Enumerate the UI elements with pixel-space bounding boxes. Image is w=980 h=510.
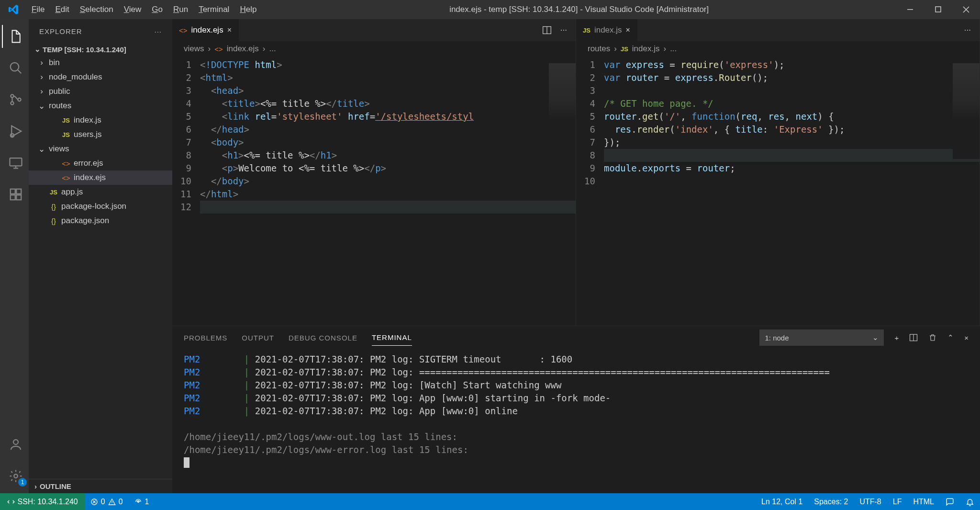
search-icon[interactable] bbox=[2, 57, 29, 79]
menu-run[interactable]: Run bbox=[168, 3, 193, 16]
minimap[interactable] bbox=[953, 63, 980, 159]
problems-status[interactable]: 0 0 bbox=[85, 493, 129, 510]
tab-index-js[interactable]: JS index.js × bbox=[576, 19, 637, 41]
more-icon[interactable]: ··· bbox=[964, 25, 971, 35]
svg-rect-8 bbox=[11, 189, 15, 194]
split-editor-icon[interactable] bbox=[542, 25, 552, 35]
explorer-sidebar: EXPLORER ··· ⌄ TEMP [SSH: 10.34.1.240] ›… bbox=[29, 19, 172, 493]
ports-status[interactable]: 1 bbox=[129, 493, 155, 510]
maximize-button[interactable] bbox=[924, 0, 952, 19]
tree-item-bin[interactable]: ›bin bbox=[29, 56, 172, 70]
tree-item-index-js[interactable]: JSindex.js bbox=[29, 113, 172, 127]
close-button[interactable] bbox=[952, 0, 980, 19]
encoding-status[interactable]: UTF-8 bbox=[854, 498, 887, 506]
panel-tab-debug-console[interactable]: DEBUG CONSOLE bbox=[289, 330, 357, 346]
eol-status[interactable]: LF bbox=[887, 498, 908, 506]
svg-point-2 bbox=[11, 63, 19, 71]
notifications-icon[interactable] bbox=[960, 498, 980, 506]
indentation-status[interactable]: Spaces: 2 bbox=[808, 498, 854, 506]
more-icon[interactable]: ··· bbox=[560, 25, 567, 35]
editor-group-right: JS index.js × ··· routes› JSindex.js› ..… bbox=[576, 19, 980, 326]
svg-rect-11 bbox=[16, 189, 21, 194]
cursor-position[interactable]: Ln 12, Col 1 bbox=[756, 498, 808, 506]
file-tree: ›bin›node_modules›public⌄routesJSindex.j… bbox=[29, 56, 172, 228]
panel-tab-terminal[interactable]: TERMINAL bbox=[372, 329, 412, 346]
run-debug-icon[interactable] bbox=[2, 120, 29, 143]
terminal-output[interactable]: PM2 | 2021-02-07T17:38:07: PM2 log: SIGT… bbox=[172, 349, 980, 493]
menu-file[interactable]: File bbox=[27, 3, 49, 16]
code-content[interactable]: var express = require('express'); var ro… bbox=[604, 57, 980, 326]
svg-rect-0 bbox=[907, 9, 913, 10]
breadcrumb[interactable]: routes› JSindex.js› ... bbox=[576, 41, 980, 57]
tree-item-package-json[interactable]: {}package.json bbox=[29, 214, 172, 228]
extensions-icon[interactable] bbox=[2, 183, 29, 206]
svg-point-12 bbox=[13, 440, 18, 444]
settings-icon[interactable]: 1 bbox=[2, 465, 29, 487]
source-control-icon[interactable] bbox=[2, 88, 29, 111]
menu-bar: File Edit Selection View Go Run Terminal… bbox=[27, 3, 261, 16]
language-status[interactable]: HTML bbox=[907, 498, 940, 506]
minimap[interactable] bbox=[549, 63, 576, 159]
svg-rect-10 bbox=[16, 195, 21, 200]
menu-edit[interactable]: Edit bbox=[50, 3, 74, 16]
chevron-down-icon: ⌄ bbox=[872, 333, 879, 342]
svg-rect-7 bbox=[10, 158, 22, 166]
tree-item-package-lock-json[interactable]: {}package-lock.json bbox=[29, 199, 172, 214]
svg-rect-9 bbox=[11, 195, 15, 200]
feedback-icon[interactable] bbox=[940, 498, 960, 506]
js-icon: JS bbox=[583, 27, 590, 34]
svg-rect-1 bbox=[935, 7, 941, 12]
window-title: index.ejs - temp [SSH: 10.34.1.240] - Vi… bbox=[261, 5, 897, 14]
menu-go[interactable]: Go bbox=[147, 3, 167, 16]
workspace-root[interactable]: ⌄ TEMP [SSH: 10.34.1.240] bbox=[29, 43, 172, 56]
tree-item-app-js[interactable]: JSapp.js bbox=[29, 185, 172, 199]
minimize-button[interactable] bbox=[897, 0, 924, 19]
tree-item-views[interactable]: ⌄views bbox=[29, 142, 172, 156]
breadcrumb[interactable]: views› <>index.ejs› ... bbox=[172, 41, 576, 57]
maximize-panel-icon[interactable]: ⌃ bbox=[947, 333, 954, 342]
code-content[interactable]: <!DOCTYPE html> <html> <head> <title><%=… bbox=[200, 57, 576, 326]
tree-item-routes[interactable]: ⌄routes bbox=[29, 99, 172, 113]
menu-selection[interactable]: Selection bbox=[75, 3, 118, 16]
menu-view[interactable]: View bbox=[119, 3, 146, 16]
panel-tab-problems[interactable]: PROBLEMS bbox=[184, 330, 227, 346]
activity-bar: 1 bbox=[0, 19, 29, 493]
status-bar: SSH: 10.34.1.240 0 0 1 Ln 12, Col 1 Spac… bbox=[0, 493, 980, 510]
tree-item-error-ejs[interactable]: <>error.ejs bbox=[29, 156, 172, 170]
kill-terminal-icon[interactable] bbox=[928, 333, 937, 342]
chevron-down-icon: ⌄ bbox=[34, 45, 41, 54]
new-terminal-icon[interactable]: + bbox=[894, 334, 899, 342]
tree-item-users-js[interactable]: JSusers.js bbox=[29, 127, 172, 142]
svg-point-13 bbox=[14, 474, 18, 478]
split-terminal-icon[interactable] bbox=[909, 333, 918, 342]
svg-point-19 bbox=[137, 501, 139, 502]
editor-group-left: <> index.ejs × ··· views› <>index.ejs› .… bbox=[172, 19, 576, 326]
svg-point-6 bbox=[11, 134, 14, 137]
tab-index-ejs[interactable]: <> index.ejs × bbox=[172, 19, 239, 41]
js-icon: JS bbox=[621, 45, 628, 53]
chevron-right-icon: › bbox=[34, 482, 37, 490]
close-icon[interactable]: × bbox=[626, 26, 630, 34]
close-panel-icon[interactable]: × bbox=[964, 334, 969, 342]
outline-section[interactable]: › OUTLINE bbox=[29, 479, 172, 493]
panel-tab-output[interactable]: OUTPUT bbox=[242, 330, 274, 346]
tree-item-node_modules[interactable]: ›node_modules bbox=[29, 70, 172, 84]
tree-item-public[interactable]: ›public bbox=[29, 84, 172, 99]
ejs-icon: <> bbox=[179, 26, 188, 34]
terminal-select[interactable]: 1: node⌄ bbox=[759, 329, 884, 346]
remote-indicator[interactable]: SSH: 10.34.1.240 bbox=[0, 493, 85, 510]
panel: PROBLEMS OUTPUT DEBUG CONSOLE TERMINAL 1… bbox=[172, 326, 980, 493]
menu-help[interactable]: Help bbox=[235, 3, 261, 16]
tree-item-index-ejs[interactable]: <>index.ejs bbox=[29, 170, 172, 185]
sidebar-title: EXPLORER ··· bbox=[29, 19, 172, 43]
close-icon[interactable]: × bbox=[227, 26, 232, 34]
explorer-icon[interactable] bbox=[2, 25, 29, 48]
line-gutter: 12345678910 bbox=[576, 57, 604, 326]
remote-explorer-icon[interactable] bbox=[2, 151, 29, 174]
vscode-icon bbox=[0, 4, 27, 15]
menu-terminal[interactable]: Terminal bbox=[194, 3, 234, 16]
accounts-icon[interactable] bbox=[2, 433, 29, 456]
svg-point-5 bbox=[18, 98, 21, 101]
svg-point-4 bbox=[11, 102, 13, 104]
more-icon[interactable]: ··· bbox=[154, 27, 162, 35]
